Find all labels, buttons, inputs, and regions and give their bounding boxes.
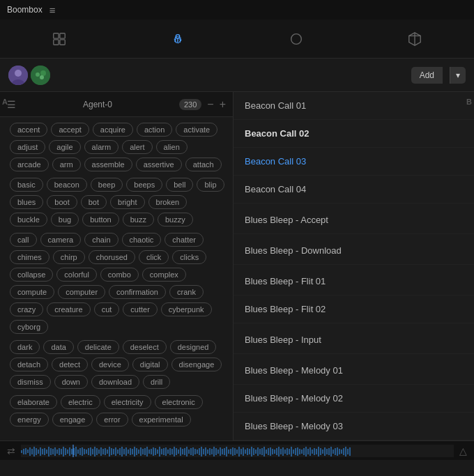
tag-crank[interactable]: crank [169, 285, 204, 299]
tag-beacon[interactable]: beacon [47, 178, 87, 192]
sound-item-blues-melody01[interactable]: Blues Bleep - Melody 01 [234, 357, 474, 385]
panel-plus-button[interactable]: + [220, 98, 226, 111]
tag-designed[interactable]: designed [170, 340, 217, 354]
tag-arm[interactable]: arm [52, 158, 81, 171]
sound-item-blues-input[interactable]: Blues Bleep - Input [234, 326, 474, 354]
tag-detect[interactable]: detect [52, 358, 88, 371]
tag-blip[interactable]: blip [197, 178, 224, 192]
tag-buzzy[interactable]: buzzy [158, 213, 193, 227]
tag-accent[interactable]: accent [10, 123, 47, 137]
sound-item-blues-melody03[interactable]: Blues Bleep - Melody 03 [234, 413, 474, 440]
tag-camera[interactable]: camera [40, 233, 82, 247]
tag-chorused[interactable]: chorused [89, 250, 135, 264]
tag-blues[interactable]: blues [10, 195, 43, 209]
avatar-1[interactable] [8, 66, 28, 85]
sound-item-blues-download[interactable]: Blues Bleep - Download [234, 237, 474, 265]
tag-bot[interactable]: bot [81, 195, 107, 209]
tag-bell[interactable]: bell [166, 178, 193, 192]
tag-beeps[interactable]: beeps [126, 178, 162, 192]
sound-item-blues-flit02[interactable]: Blues Bleep - Flit 02 [234, 295, 474, 323]
tag-beep[interactable]: beep [91, 178, 123, 192]
tag-error[interactable]: error [96, 413, 128, 427]
tag-crazy[interactable]: crazy [10, 302, 43, 316]
tag-chatter[interactable]: chatter [165, 233, 204, 247]
tag-down[interactable]: down [54, 375, 88, 389]
tag-boot[interactable]: boot [47, 195, 77, 209]
transport-icon[interactable]: ⇄ [7, 445, 15, 456]
tag-detach[interactable]: detach [10, 358, 48, 371]
tag-combo[interactable]: combo [100, 268, 139, 282]
tag-drill[interactable]: drill [143, 375, 170, 389]
sound-item-beacon-01[interactable]: Beacon Call 01 [234, 92, 474, 120]
tag-click[interactable]: click [139, 250, 169, 264]
tag-electricity[interactable]: electricity [104, 395, 151, 409]
tag-chimes[interactable]: chimes [10, 250, 49, 264]
tag-button[interactable]: button [82, 213, 119, 227]
tag-electric[interactable]: electric [61, 395, 100, 409]
tag-download[interactable]: download [91, 375, 139, 389]
menu-icon[interactable]: ≡ [49, 4, 56, 16]
tag-data[interactable]: data [43, 340, 73, 354]
tag-action[interactable]: action [137, 123, 172, 137]
tag-cutter[interactable]: cutter [123, 302, 158, 316]
tag-dark[interactable]: dark [10, 340, 40, 354]
tag-alarm[interactable]: alarm [84, 140, 119, 154]
tag-complex[interactable]: complex [142, 268, 186, 282]
tag-cyberpunk[interactable]: cyberpunk [161, 302, 212, 316]
tag-creature[interactable]: creature [47, 302, 90, 316]
tag-acquire[interactable]: acquire [93, 123, 133, 137]
sound-item-blues-melody02[interactable]: Blues Bleep - Melody 02 [234, 385, 474, 413]
tag-experimental[interactable]: experimental [132, 413, 191, 427]
tag-confirmation[interactable]: confirmation [109, 285, 166, 299]
tag-activate[interactable]: activate [176, 123, 217, 137]
nav-agent-icon[interactable] [164, 25, 192, 53]
tag-bug[interactable]: bug [51, 213, 79, 227]
tag-agile[interactable]: agile [49, 140, 80, 154]
tag-basic[interactable]: basic [10, 178, 43, 192]
tag-call[interactable]: call [10, 233, 37, 247]
avatar-2[interactable] [31, 66, 50, 85]
tag-alert[interactable]: alert [122, 140, 152, 154]
tag-engage[interactable]: engage [52, 413, 93, 427]
panel-minus-button[interactable]: − [207, 98, 213, 111]
add-button[interactable]: Add [411, 67, 443, 84]
warn-icon[interactable]: △ [459, 445, 467, 456]
tag-cyborg[interactable]: cyborg [10, 320, 48, 334]
tag-chaotic[interactable]: chaotic [122, 233, 162, 247]
tag-computer[interactable]: computer [58, 285, 105, 299]
tag-clicks[interactable]: clicks [172, 250, 206, 264]
tag-alien[interactable]: alien [156, 140, 188, 154]
tag-bright[interactable]: bright [110, 195, 145, 209]
sound-item-beacon-02[interactable]: Beacon Call 02 [234, 120, 474, 148]
tag-chain[interactable]: chain [84, 233, 118, 247]
tag-chirp[interactable]: chirp [53, 250, 85, 264]
tag-arcade[interactable]: arcade [10, 158, 49, 171]
sound-item-blues-accept[interactable]: Blues Bleep - Accept [234, 206, 474, 234]
tag-compute[interactable]: compute [10, 285, 54, 299]
tag-electronic[interactable]: electronic [155, 395, 203, 409]
tag-buckle[interactable]: buckle [10, 213, 47, 227]
tag-dismiss[interactable]: dismiss [10, 375, 51, 389]
nav-box-icon[interactable] [401, 25, 429, 53]
tag-deselect[interactable]: deselect [123, 340, 167, 354]
nav-circle-icon[interactable] [282, 25, 310, 53]
tag-broken[interactable]: broken [148, 195, 188, 209]
tag-delicate[interactable]: delicate [77, 340, 119, 354]
tag-assemble[interactable]: assemble [84, 158, 132, 171]
tag-assertive[interactable]: assertive [136, 158, 182, 171]
tag-device[interactable]: device [91, 358, 129, 371]
sound-item-blues-flit01[interactable]: Blues Bleep - Flit 01 [234, 268, 474, 295]
tag-attach[interactable]: attach [185, 158, 222, 171]
sound-item-beacon-03[interactable]: Beacon Call 03 [234, 148, 474, 176]
tag-collapse[interactable]: collapse [10, 268, 53, 282]
waveform[interactable] [21, 445, 454, 457]
tag-buzz[interactable]: buzz [123, 213, 154, 227]
tag-energy[interactable]: energy [10, 413, 49, 427]
tag-accept[interactable]: accept [51, 123, 89, 137]
tag-disengage[interactable]: disengage [171, 358, 222, 371]
tag-adjust[interactable]: adjust [10, 140, 45, 154]
sound-item-beacon-04[interactable]: Beacon Call 04 [234, 176, 474, 204]
tag-colorful[interactable]: colorful [56, 268, 96, 282]
tag-cut[interactable]: cut [94, 302, 120, 316]
tag-digital[interactable]: digital [132, 358, 168, 371]
